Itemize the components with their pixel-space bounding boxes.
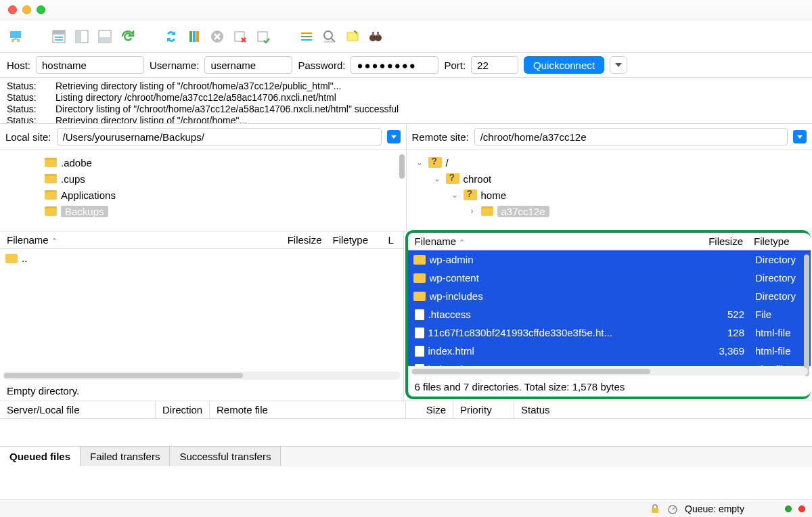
expander-icon[interactable]: › [468, 206, 477, 216]
file-row[interactable]: index.php405php-file [408, 360, 811, 366]
binoculars-icon[interactable] [365, 26, 386, 47]
reconnect-icon[interactable] [253, 26, 273, 47]
scrollbar[interactable] [411, 367, 809, 376]
folder-icon [413, 292, 426, 301]
tree-item[interactable]: ›a37cc12e [409, 203, 810, 219]
cancel-icon[interactable] [207, 26, 227, 47]
quickconnect-button[interactable]: Quickconnect [524, 56, 604, 74]
file-row[interactable]: wp-includesDirectory [408, 287, 811, 305]
tree-item-label: Backups [61, 206, 108, 217]
qcol-direction[interactable]: Direction [156, 401, 210, 418]
tab-failed-transfers[interactable]: Failed transfers [81, 447, 170, 466]
svg-rect-30 [652, 508, 658, 513]
file-row[interactable]: index.html3,369html-file [408, 342, 811, 360]
file-listings: Filename⌃ Filesize Filetype L .. Empty d… [0, 231, 812, 401]
local-site-dropdown[interactable] [387, 130, 401, 143]
file-row[interactable]: .. [0, 249, 403, 267]
remote-tree[interactable]: ⌄/⌄chroot⌄home›a37cc12e [407, 150, 813, 231]
speed-limit-icon[interactable] [667, 503, 678, 514]
scrollbar[interactable] [804, 254, 809, 376]
log-message: Retrieving directory listing of "/chroot… [55, 81, 341, 92]
server-icon[interactable] [342, 26, 363, 47]
local-site-input[interactable] [57, 128, 382, 145]
zoom-window-button[interactable] [37, 5, 45, 14]
local-list-header[interactable]: Filename⌃ Filesize Filetype L [0, 231, 403, 249]
tree-item[interactable]: ⌄/ [409, 154, 810, 171]
col-filesize[interactable]: Filesize [267, 234, 328, 246]
qcol-priority[interactable]: Priority [453, 401, 514, 418]
queue-status-text: Queue: empty [685, 503, 744, 514]
log-label: Status: [7, 104, 42, 115]
quickconnect-history-dropdown[interactable] [610, 56, 627, 74]
col-filetype[interactable]: Filetype [328, 234, 388, 246]
activity-indicator-send [785, 505, 792, 512]
svg-rect-13 [189, 31, 192, 42]
refresh-icon[interactable] [118, 26, 138, 47]
file-name: index.php [428, 363, 690, 366]
tree-item[interactable]: ⌄home [409, 187, 810, 203]
minimize-window-button[interactable] [22, 5, 31, 14]
compare-icon[interactable] [184, 26, 204, 47]
file-row[interactable]: .htaccess522File [408, 305, 811, 323]
remote-list-header[interactable]: Filename⌃ Filesize Filetype [408, 233, 811, 250]
scrollbar[interactable] [399, 154, 405, 179]
lock-icon[interactable] [650, 503, 660, 514]
toggle-tree-icon[interactable] [72, 26, 92, 47]
expander-icon[interactable]: ⌄ [432, 174, 442, 183]
site-manager-icon[interactable] [5, 26, 26, 47]
file-type: html-file [750, 327, 811, 338]
host-input[interactable] [36, 56, 144, 74]
file-name: index.html [428, 345, 690, 357]
qcol-size[interactable]: Size [406, 401, 453, 418]
remote-site-input[interactable] [474, 128, 788, 145]
queue-header[interactable]: Server/Local file Direction Remote file … [0, 401, 812, 419]
file-size: 3,369 [689, 345, 750, 357]
scrollbar[interactable] [3, 372, 401, 380]
file-row[interactable]: 11c67f1c830bf241993cffde330e3f5e.ht...12… [408, 323, 811, 342]
svg-line-32 [673, 508, 675, 510]
local-tree[interactable]: .adobe.cupsApplicationsBackups [0, 150, 407, 231]
folder-icon [45, 190, 57, 200]
file-row[interactable]: wp-contentDirectory [408, 269, 811, 287]
remote-file-list[interactable]: Filename⌃ Filesize Filetype wp-adminDire… [405, 230, 811, 399]
tree-item-label: a37cc12e [497, 206, 549, 217]
local-file-list[interactable]: Filename⌃ Filesize Filetype L .. Empty d… [0, 231, 404, 401]
file-icon [415, 364, 424, 367]
disconnect-icon[interactable] [230, 26, 250, 47]
col-last[interactable]: L [388, 234, 402, 246]
file-row[interactable]: wp-adminDirectory [408, 250, 811, 269]
toggle-queue-icon[interactable] [95, 26, 115, 47]
port-input[interactable] [471, 56, 518, 74]
tree-item-label: .cups [61, 173, 85, 185]
svg-rect-1 [12, 39, 14, 42]
tree-item[interactable]: Backups [3, 203, 403, 219]
message-log[interactable]: Status:Retrieving directory listing of "… [0, 78, 812, 124]
toggle-log-icon[interactable] [49, 26, 69, 47]
tree-item[interactable]: ⌄chroot [409, 171, 810, 187]
tab-successful-transfers[interactable]: Successful transfers [170, 447, 281, 466]
tree-item[interactable]: .cups [3, 171, 403, 187]
qcol-remote[interactable]: Remote file [210, 401, 406, 418]
qcol-status[interactable]: Status [514, 401, 812, 418]
sync-icon[interactable] [161, 26, 181, 47]
tree-item-label: Applications [61, 189, 116, 201]
tab-queued-files[interactable]: Queued files [0, 447, 81, 466]
filter-icon[interactable] [296, 26, 317, 47]
search-icon[interactable] [319, 26, 340, 47]
username-input[interactable] [204, 56, 292, 74]
close-window-button[interactable] [8, 5, 17, 14]
transfer-tabs: Queued files Failed transfers Successful… [0, 446, 812, 466]
queue-body[interactable] [0, 419, 812, 446]
folder-icon [45, 174, 57, 183]
qcol-server[interactable]: Server/Local file [0, 401, 156, 418]
tree-item[interactable]: .adobe [3, 154, 403, 171]
col-filetype[interactable]: Filetype [748, 235, 809, 247]
col-filesize[interactable]: Filesize [687, 235, 748, 247]
file-icon [415, 346, 424, 357]
password-input[interactable]: ●●●●●●●● [351, 56, 438, 74]
tree-item[interactable]: Applications [3, 187, 403, 203]
expander-icon[interactable]: ⌄ [415, 158, 424, 167]
remote-site-dropdown[interactable] [793, 130, 807, 143]
tree-item-label: .adobe [61, 157, 92, 168]
expander-icon[interactable]: ⌄ [450, 190, 459, 200]
